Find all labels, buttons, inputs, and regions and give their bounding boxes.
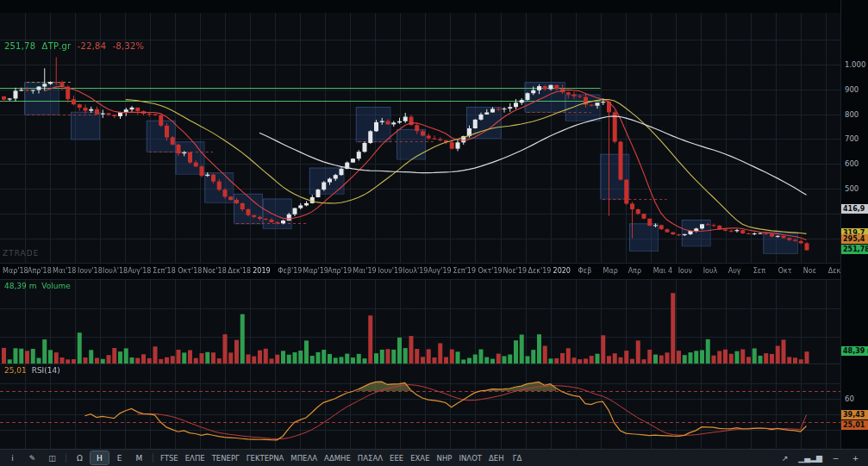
ticker-button-2[interactable]: ΕΛΠΕ bbox=[183, 451, 208, 464]
zoom-in-button[interactable]: + bbox=[846, 451, 865, 464]
x-axis-label: Μαρ bbox=[603, 267, 618, 275]
ticker-button-10[interactable]: ΝΗΡ bbox=[434, 451, 455, 464]
volume-name: Volume bbox=[41, 282, 70, 290]
ticker-button-11[interactable]: ΙΝΛΟΤ bbox=[456, 451, 484, 464]
x-axis-label: Σεπ bbox=[753, 267, 765, 275]
info-button[interactable]: i bbox=[3, 451, 22, 464]
price-axis-label: 600 bbox=[845, 159, 859, 168]
x-axis-label: Μαι'18 bbox=[53, 267, 76, 275]
last-price: 251,78 bbox=[4, 41, 35, 51]
chart-settings-button[interactable]: ◫ bbox=[43, 451, 61, 464]
price-tag: 295,4 bbox=[841, 234, 868, 244]
bottom-toolbar: i✎◫ΩΗΕΜFTSEΕΛΠΕΤΕΝΕΡΓΓΕΚΤΕΡΝΑΜΠΕΛΑΑΔΜΗΕΠ… bbox=[0, 449, 868, 466]
draw-button[interactable]: ✎ bbox=[23, 451, 41, 464]
rsi-value: 25,01 bbox=[4, 366, 27, 375]
toolbar-separator bbox=[153, 453, 153, 463]
x-axis-label: Οκτ'19 bbox=[478, 267, 502, 275]
price-axis-label: 700 bbox=[845, 134, 859, 143]
x-axis-label: Οκτ bbox=[778, 267, 792, 275]
volume-canvas[interactable] bbox=[0, 280, 840, 364]
price-chart-panel: 251,78 ΔΤΡ.gr -22,84 -8,32% ZTRADE bbox=[0, 13, 840, 263]
x-axis-label: Αυγ bbox=[728, 267, 741, 275]
x-axis-label: Μαρ'19 bbox=[303, 267, 328, 275]
x-axis-label: Σεπ'18 bbox=[153, 267, 176, 275]
price-axis-label: 900 bbox=[845, 85, 859, 94]
x-axis-label: Δεκ bbox=[828, 267, 841, 275]
price-change: -22,84 bbox=[78, 41, 106, 51]
x-axis-label: Δεκ'19 bbox=[528, 267, 552, 275]
rsi-axis-label: 60 bbox=[845, 395, 854, 403]
timeframe-button-1[interactable]: Ω bbox=[71, 451, 89, 464]
volume-value: 48,39 m bbox=[4, 282, 36, 290]
ticker-button-13[interactable]: ΓΔ bbox=[509, 451, 527, 464]
ticker-button-3[interactable]: ΤΕΝΕΡΓ bbox=[209, 451, 242, 464]
symbol-quote: 251,78 ΔΤΡ.gr -22,84 -8,32% bbox=[4, 41, 147, 51]
x-axis-label: Απρ'18 bbox=[28, 267, 52, 275]
price-change-percent: -8,32% bbox=[113, 41, 145, 51]
x-axis-label: Απρ'19 bbox=[328, 267, 352, 275]
price-tag: 416,9 bbox=[841, 204, 868, 214]
rsi-tag: 39,43 bbox=[841, 410, 868, 419]
price-axis-label: 800 bbox=[845, 110, 859, 119]
ticker-button-5[interactable]: ΜΠΕΛΑ bbox=[288, 451, 320, 464]
x-axis-label: Μαι'19 bbox=[353, 267, 376, 275]
x-axis-label: Νοε'19 bbox=[503, 267, 528, 275]
ticker-button-4[interactable]: ΓΕΚΤΕΡΝΑ bbox=[244, 451, 287, 464]
x-axis-label: Οκτ'18 bbox=[178, 267, 202, 275]
price-axis-label: 500 bbox=[845, 184, 859, 193]
x-axis-label: Μαι 4 bbox=[653, 267, 673, 275]
x-axis-label: Απρ bbox=[628, 267, 641, 275]
x-axis-label: Φεβ bbox=[578, 267, 592, 275]
histogram-icon[interactable]: ▁▄▂▆ bbox=[796, 451, 825, 464]
ticker-button-9[interactable]: ΕΧΑΕ bbox=[408, 451, 432, 464]
rsi-panel: 25,01 RSI(14) bbox=[0, 364, 840, 449]
price-tag: 251,78 bbox=[841, 245, 868, 254]
platform-watermark: ZTRADE bbox=[3, 249, 39, 258]
toolbar-separator bbox=[66, 453, 66, 463]
volume-indicator-label: 48,39 m Volume bbox=[4, 282, 73, 290]
rsi-name: RSI(14) bbox=[32, 366, 60, 375]
x-axis-label: 2020 bbox=[553, 267, 571, 275]
x-axis-label: Ιουλ'19 bbox=[403, 267, 428, 275]
ticker-button-1[interactable]: FTSE bbox=[158, 451, 181, 464]
x-axis-label: Ιουλ'18 bbox=[103, 267, 128, 275]
x-axis-label: Ιουν bbox=[678, 267, 692, 275]
rsi-tag: 25,01 bbox=[841, 420, 868, 430]
price-axis[interactable]: 1.000900800700600500416,9319,7295,4251,7… bbox=[840, 0, 868, 449]
x-axis-label: 2019 bbox=[253, 267, 270, 275]
volume-tag: 48,39 m bbox=[841, 346, 868, 356]
rsi-indicator-label: 25,01 RSI(14) bbox=[4, 366, 60, 375]
ticker-button-12[interactable]: ΔΕΗ bbox=[486, 451, 507, 464]
ticker-button-6[interactable]: ΑΔΜΗΕ bbox=[322, 451, 353, 464]
time-axis[interactable]: Μαρ'18Απρ'18Μαι'18Ιουν'18Ιουλ'18Αυγ'18Σε… bbox=[0, 263, 868, 280]
x-axis-label: Ιουν'19 bbox=[378, 267, 403, 275]
zoom-out-button[interactable]: − bbox=[827, 451, 845, 464]
timeframe-button-3[interactable]: Ε bbox=[110, 451, 128, 464]
x-axis-label: Μαρ'18 bbox=[3, 267, 28, 275]
x-axis-label: Ιουν'18 bbox=[78, 267, 103, 275]
x-axis-label: Αυγ'19 bbox=[428, 267, 451, 275]
x-axis-label: Νοε'18 bbox=[203, 267, 227, 275]
symbol-name: ΔΤΡ.gr bbox=[42, 41, 72, 51]
timeframe-button-2[interactable]: Η bbox=[91, 451, 109, 464]
ticker-button-7[interactable]: ΠΑΣΑΛ bbox=[355, 451, 385, 464]
trading-platform: 251,78 ΔΤΡ.gr -22,84 -8,32% ZTRADE Μαρ'1… bbox=[0, 0, 868, 466]
line-chart-icon[interactable]: ↗ bbox=[776, 451, 794, 464]
x-axis-label: Νοε bbox=[803, 267, 816, 275]
x-axis-label: Φεβ'19 bbox=[278, 267, 302, 275]
panel-divider bbox=[0, 363, 840, 364]
rsi-canvas[interactable] bbox=[0, 364, 840, 449]
x-axis-label: Ιουλ bbox=[703, 267, 718, 275]
volume-panel: 48,39 m Volume bbox=[0, 280, 840, 364]
ticker-button-8[interactable]: ΕΕΕ bbox=[387, 451, 406, 464]
x-axis-label: Σεπ'19 bbox=[453, 267, 476, 275]
x-axis-label: Αυγ'18 bbox=[128, 267, 151, 275]
timeframe-button-4[interactable]: Μ bbox=[130, 451, 148, 464]
price-axis-label: 1.000 bbox=[845, 60, 865, 69]
x-axis-label: Δεκ'18 bbox=[228, 267, 251, 275]
